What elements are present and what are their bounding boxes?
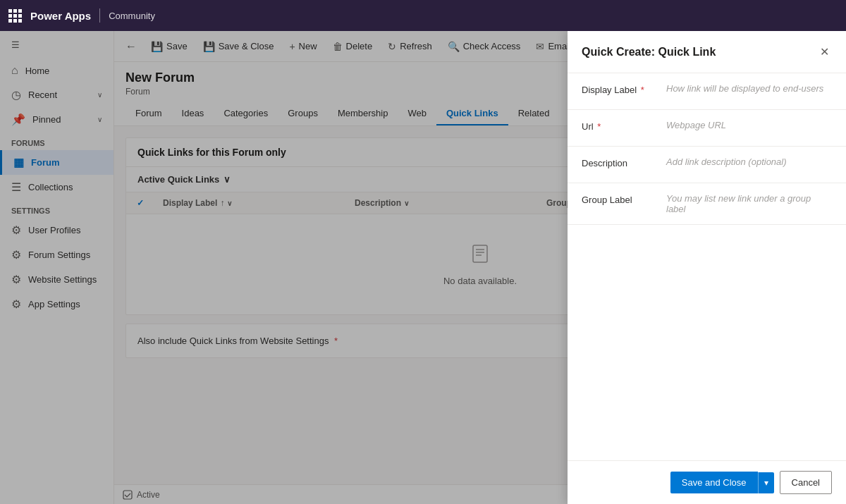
panel-footer: Save and Close ▾ Cancel <box>568 460 846 504</box>
display-label-field-value[interactable]: How link will be displayed to end-users <box>666 83 832 94</box>
panel-field-display-label: Display Label * How link will be display… <box>568 73 846 110</box>
display-label-field-label: Display Label * <box>582 83 666 95</box>
panel-field-group-label: Group Label You may list new link under … <box>568 183 846 225</box>
group-label-field-label: Group Label <box>582 193 666 205</box>
grid-icon[interactable] <box>8 9 22 23</box>
panel-field-description: Description Add link description (option… <box>568 147 846 183</box>
cancel-button[interactable]: Cancel <box>780 471 832 494</box>
url-field-label: Url * <box>582 120 666 132</box>
required-marker: * <box>641 85 644 95</box>
panel-title: Quick Create: Quick Link <box>582 46 716 59</box>
topbar: Power Apps Community <box>0 0 846 31</box>
save-and-close-button[interactable]: Save and Close <box>670 472 758 493</box>
panel-field-url: Url * Webpage URL <box>568 110 846 147</box>
panel-header: Quick Create: Quick Link ✕ <box>568 31 846 73</box>
quick-create-panel: Quick Create: Quick Link ✕ Display Label… <box>568 31 846 504</box>
topbar-divider <box>99 8 100 23</box>
group-label-field-value[interactable]: You may list new link under a group labe… <box>666 193 832 214</box>
save-chevron-button[interactable]: ▾ <box>758 472 774 493</box>
panel-body: Display Label * How link will be display… <box>568 73 846 460</box>
chevron-down-icon: ▾ <box>764 478 768 488</box>
main-layout: ☰ ⌂ Home ◷ Recent ∨ 📌 Pinned ∨ Forums ▦ … <box>0 31 846 504</box>
description-field-value[interactable]: Add link description (optional) <box>666 156 832 167</box>
topbar-community: Community <box>109 11 155 21</box>
required-marker: * <box>597 121 601 132</box>
app-name: Power Apps <box>30 10 91 22</box>
url-field-value[interactable]: Webpage URL <box>666 120 832 130</box>
description-field-label: Description <box>582 156 666 168</box>
panel-close-button[interactable]: ✕ <box>817 42 832 61</box>
